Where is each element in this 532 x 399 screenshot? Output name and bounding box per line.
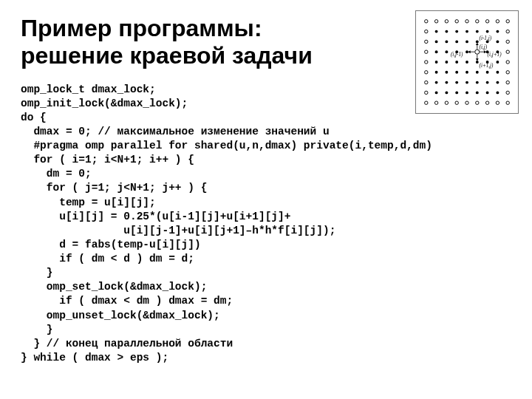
svg-point-51 (486, 71, 489, 74)
svg-point-65 (445, 91, 448, 94)
svg-point-80 (506, 101, 509, 104)
svg-point-12 (455, 30, 458, 33)
label-left: (i,j-1) (451, 52, 463, 58)
svg-point-73 (434, 101, 437, 104)
svg-point-7 (496, 20, 499, 23)
svg-point-20 (445, 40, 448, 43)
svg-point-57 (455, 81, 458, 84)
svg-point-13 (466, 30, 468, 33)
svg-point-44 (506, 61, 509, 64)
svg-point-19 (435, 40, 438, 43)
svg-point-17 (506, 30, 509, 33)
svg-point-4 (466, 20, 468, 23)
label-up: (i-1,j) (480, 35, 492, 41)
svg-marker-86 (476, 43, 479, 45)
svg-point-0 (425, 20, 428, 23)
svg-point-70 (496, 91, 499, 94)
svg-point-27 (425, 50, 428, 53)
svg-point-35 (506, 50, 509, 53)
svg-point-45 (425, 71, 428, 74)
svg-point-69 (486, 91, 489, 94)
stencil-figure: (i-1,j) (i+1,j) (i,j-1) (i,j+1) (i,j) (415, 10, 519, 114)
svg-point-37 (435, 61, 438, 64)
svg-point-1 (434, 20, 437, 23)
svg-point-29 (445, 50, 448, 53)
svg-point-56 (445, 81, 448, 84)
svg-point-3 (455, 20, 458, 23)
svg-point-2 (445, 20, 448, 23)
svg-point-71 (506, 91, 509, 94)
svg-point-11 (445, 30, 448, 33)
svg-point-72 (425, 101, 428, 104)
svg-point-9 (425, 30, 428, 33)
svg-point-66 (455, 91, 458, 94)
svg-point-22 (466, 40, 468, 43)
svg-point-38 (445, 61, 448, 64)
svg-point-54 (425, 81, 428, 83)
svg-point-60 (486, 81, 489, 84)
svg-point-46 (435, 71, 438, 74)
svg-point-61 (496, 81, 499, 84)
title-line-1: Пример программы: (21, 15, 262, 41)
svg-marker-87 (476, 58, 479, 61)
svg-point-39 (455, 61, 458, 64)
svg-point-75 (455, 101, 458, 104)
svg-point-26 (506, 40, 509, 43)
stencil-svg: (i-1,j) (i+1,j) (i,j-1) (i,j+1) (i,j) (416, 11, 518, 113)
title-line-2: решение краевой задачи (21, 42, 313, 69)
svg-point-5 (476, 20, 479, 23)
svg-point-6 (485, 20, 488, 23)
svg-point-25 (496, 40, 499, 43)
svg-point-36 (425, 61, 428, 64)
svg-point-49 (466, 71, 468, 74)
svg-point-31 (466, 50, 468, 53)
svg-point-67 (466, 91, 468, 94)
svg-point-40 (466, 61, 468, 64)
svg-point-21 (455, 40, 458, 43)
svg-point-55 (435, 81, 438, 84)
svg-point-41 (476, 61, 479, 64)
svg-point-47 (445, 71, 448, 74)
svg-point-23 (476, 40, 479, 43)
svg-point-63 (425, 91, 428, 94)
svg-point-15 (486, 30, 489, 33)
slide: Пример программы: решение краевой задачи… (0, 0, 532, 399)
svg-point-14 (476, 30, 479, 33)
svg-point-64 (435, 91, 438, 94)
svg-point-43 (496, 61, 499, 64)
svg-point-8 (506, 20, 509, 23)
svg-point-79 (496, 101, 499, 104)
svg-point-78 (485, 101, 488, 104)
svg-point-58 (466, 81, 468, 84)
svg-point-59 (476, 81, 479, 84)
label-right: (i,j+1) (488, 52, 502, 58)
svg-point-16 (496, 30, 499, 33)
svg-point-53 (506, 71, 509, 74)
svg-point-77 (476, 101, 479, 104)
svg-point-28 (435, 50, 438, 53)
svg-marker-89 (484, 50, 486, 53)
svg-marker-88 (468, 50, 470, 53)
grid-dots (425, 20, 510, 105)
label-down: (i+1,j) (480, 63, 494, 69)
svg-point-52 (496, 71, 499, 74)
svg-point-74 (445, 101, 448, 104)
svg-point-48 (455, 71, 458, 74)
svg-point-18 (425, 40, 428, 43)
svg-point-10 (435, 30, 438, 33)
svg-point-62 (506, 81, 509, 83)
svg-point-50 (476, 71, 479, 74)
label-center: (i,j) (480, 44, 488, 50)
svg-point-68 (476, 91, 479, 94)
code-block: omp_lock_t dmax_lock; omp_init_lock(&dma… (21, 83, 511, 366)
svg-point-76 (466, 101, 468, 104)
slide-title: Пример программы: решение краевой задачи (21, 15, 405, 69)
